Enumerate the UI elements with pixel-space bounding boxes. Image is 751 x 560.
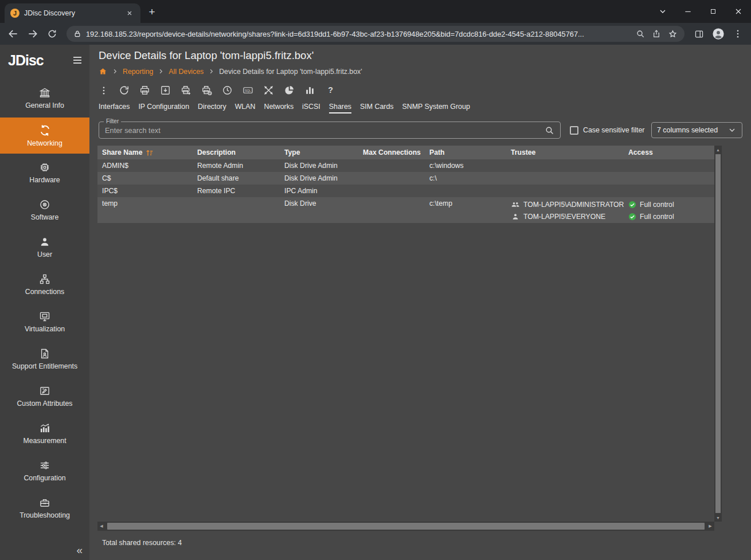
maximize-icon[interactable] [701, 0, 726, 23]
bookmark-star-icon[interactable] [668, 29, 678, 39]
chevron-right-icon [158, 68, 164, 75]
pie-chart-icon[interactable] [284, 85, 295, 96]
breadcrumb-link[interactable]: All Devices [169, 68, 204, 76]
cell-description: Default share [193, 172, 280, 185]
kebab-menu-icon[interactable] [99, 85, 109, 96]
bar-chart-icon[interactable] [304, 85, 315, 96]
columns-dropdown[interactable]: 7 columns selected [651, 122, 742, 138]
sidebar-item-custom-attributes[interactable]: Custom Attributes [0, 378, 89, 414]
tab-wlan[interactable]: WLAN [235, 103, 256, 113]
sidebar-item-configuration[interactable]: Configuration [0, 453, 89, 489]
cell-value: ADMIN$ [102, 162, 188, 170]
sidebar-header: JDisc [0, 45, 89, 76]
sidebar-item-hardware[interactable]: Hardware [0, 155, 89, 191]
new-tab-button[interactable]: + [144, 4, 160, 20]
sidebar-item-software[interactable]: Software [0, 192, 89, 228]
print-icon[interactable] [139, 85, 150, 96]
sidebar-item-support-entitlements[interactable]: Support Entitlements [0, 341, 89, 377]
search-input[interactable] [105, 126, 545, 135]
main-content: Device Details for Laptop 'tom-lappi5.fr… [89, 45, 751, 560]
forward-icon[interactable] [24, 25, 41, 42]
table-row[interactable]: ADMIN$Remote AdminDisk Drive Adminc:\win… [97, 159, 714, 172]
help-icon[interactable]: ? [325, 85, 336, 96]
sidebar-item-measurement[interactable]: Measurement [0, 416, 89, 452]
tab-interfaces[interactable]: Interfaces [99, 103, 130, 113]
tab-close-icon[interactable] [124, 8, 135, 18]
share-icon[interactable] [652, 29, 661, 38]
sidebar-item-user[interactable]: User [0, 229, 89, 265]
cell-trustee [506, 159, 624, 172]
sidebar-item-connections[interactable]: Connections [0, 267, 89, 303]
chevron-right-icon [208, 68, 214, 75]
column-header-path[interactable]: Path [425, 147, 506, 158]
sidebar-item-label: Networking [27, 139, 62, 147]
vertical-scrollbar[interactable]: ▲ ▼ [714, 146, 722, 522]
tab-directory[interactable]: Directory [198, 103, 226, 113]
app-logo[interactable]: JDisc [8, 52, 44, 69]
print-settings-icon[interactable] [201, 85, 212, 96]
export-icon[interactable] [160, 85, 171, 96]
scroll-down-icon[interactable]: ▼ [714, 514, 722, 522]
filter-field[interactable]: Filter [99, 122, 561, 139]
print-add-icon[interactable] [181, 85, 191, 96]
sidebar-item-networking[interactable]: Networking [0, 118, 89, 154]
url-text[interactable]: 192.168.185.23/reports/device-details/ne… [86, 30, 631, 38]
column-header-type[interactable]: Type [280, 147, 358, 158]
cell-value: c:\temp [429, 199, 502, 207]
search-icon[interactable] [545, 126, 554, 135]
horizontal-scrollbar[interactable]: ◀ ▶ [97, 522, 714, 531]
side-panel-icon[interactable] [690, 25, 707, 42]
cell-type: Disk Drive Admin [280, 159, 358, 172]
column-header-label: Description [197, 148, 236, 156]
cell-access [624, 159, 714, 172]
back-icon[interactable] [5, 25, 22, 42]
window-close-icon[interactable] [726, 0, 751, 23]
sidebar-item-general-info[interactable]: General Info [0, 80, 89, 116]
browser-tab[interactable]: J JDisc Discovery [5, 3, 140, 23]
table-row[interactable]: C$Default shareDisk Drive Adminc:\ [97, 172, 714, 185]
profile-avatar-icon[interactable] [710, 25, 727, 42]
menu-icon[interactable] [73, 54, 81, 66]
sql-icon[interactable]: SQL [242, 85, 253, 96]
user-icon [39, 236, 50, 248]
tab-sim-cards[interactable]: SIM Cards [360, 103, 394, 113]
tab-snmp-system-group[interactable]: SNMP System Group [402, 103, 470, 113]
scroll-right-icon[interactable]: ▶ [706, 522, 714, 531]
tab-networks[interactable]: Networks [264, 103, 294, 113]
breadcrumb-link[interactable]: Reporting [123, 68, 153, 76]
case-sensitive-checkbox[interactable] [570, 126, 578, 135]
column-header-trustee[interactable]: Trustee [506, 147, 624, 158]
sidebar-item-virtualization[interactable]: Virtualization [0, 304, 89, 340]
access-label: Full control [640, 201, 674, 209]
refresh-icon[interactable] [119, 85, 130, 96]
tab-iscsi[interactable]: iSCSI [302, 103, 320, 113]
sidebar-collapse-button[interactable]: « [0, 541, 89, 560]
home-icon[interactable] [99, 67, 107, 76]
zoom-icon[interactable] [636, 29, 645, 38]
reload-icon[interactable] [44, 25, 61, 42]
tab-search-icon[interactable] [650, 0, 675, 23]
tab-shares[interactable]: Shares [329, 103, 351, 113]
minimize-icon[interactable] [675, 0, 701, 23]
scroll-left-icon[interactable]: ◀ [97, 522, 105, 531]
detail-tabs: InterfacesIP ConfigurationDirectoryWLANN… [89, 96, 751, 113]
table-row[interactable]: tempDisk Drivec:\tempTOM-LAPPI5\ADMINIST… [97, 197, 714, 223]
address-bar[interactable]: 192.168.185.23/reports/device-details/ne… [67, 26, 684, 42]
column-header-access[interactable]: Access [624, 147, 714, 158]
dropdown-chevron-icon [727, 126, 737, 135]
scroll-up-icon[interactable]: ▲ [714, 146, 722, 154]
column-header-share-name[interactable]: Share Name [97, 147, 193, 158]
column-header-description[interactable]: Description [193, 147, 280, 158]
column-header-max-connections[interactable]: Max Connections [358, 147, 425, 158]
tab-ip-configuration[interactable]: IP Configuration [138, 103, 189, 113]
disc-icon [39, 199, 50, 210]
tools-icon[interactable] [263, 85, 274, 96]
history-icon[interactable] [222, 85, 233, 96]
browser-menu-icon[interactable] [729, 25, 746, 42]
table-row[interactable]: IPC$Remote IPCIPC Admin [97, 185, 714, 197]
horizontal-scrollbar-thumb[interactable] [107, 523, 705, 530]
support-icon [39, 348, 50, 359]
case-sensitive-filter[interactable]: Case sensitive filter [570, 126, 644, 135]
sidebar-item-troubleshooting[interactable]: Troubleshooting [0, 490, 89, 526]
vertical-scrollbar-thumb[interactable] [715, 154, 721, 513]
